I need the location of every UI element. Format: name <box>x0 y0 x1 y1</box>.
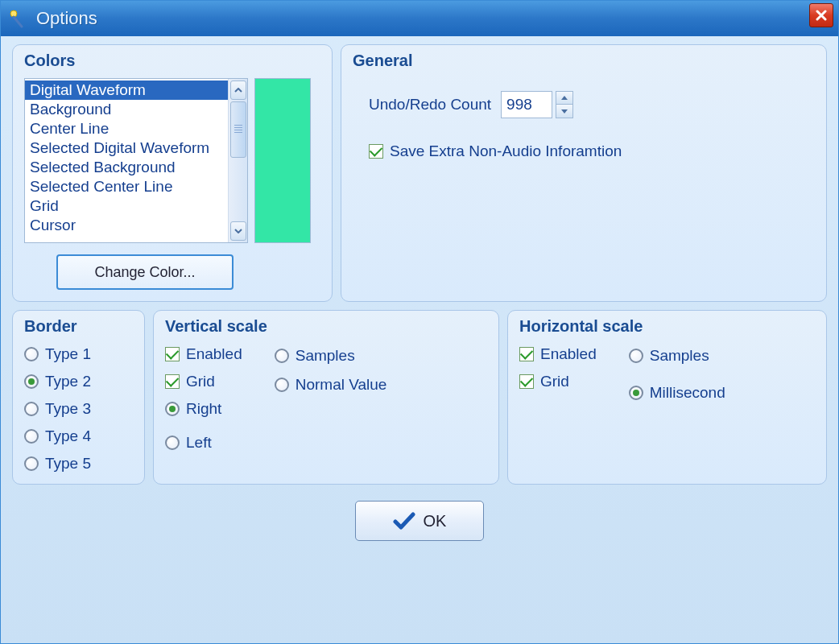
checkbox-icon <box>165 374 180 389</box>
vertical-scale-title: Vertical scale <box>165 317 487 336</box>
vscale-right-col: Samples Normal Value <box>275 347 387 452</box>
check-label: Grid <box>186 373 215 390</box>
horizontal-scale-panel: Horizontal scale Enabled Grid Samples Mi… <box>507 310 827 485</box>
colors-panel: Colors Digital Waveform Background Cente… <box>12 44 333 302</box>
list-item[interactable]: Selected Center Line <box>25 177 228 196</box>
ok-row: OK <box>12 501 827 541</box>
hscale-grid[interactable]: Grid <box>519 373 597 390</box>
border-title: Border <box>24 317 133 336</box>
save-extra-label: Save Extra Non-Audio Inforamtion <box>390 142 622 160</box>
save-extra-checkbox[interactable] <box>369 144 383 159</box>
svg-line-1 <box>14 17 22 27</box>
list-item[interactable]: Cursor <box>25 216 228 235</box>
vscale-normal-value[interactable]: Normal Value <box>275 376 387 394</box>
content-area: Colors Digital Waveform Background Cente… <box>1 36 838 547</box>
radio-label: Type 2 <box>45 373 91 390</box>
scroll-up-button[interactable] <box>230 80 246 100</box>
scroll-down-button[interactable] <box>230 221 246 241</box>
app-icon <box>6 7 28 30</box>
checkbox-icon <box>519 374 534 389</box>
radio-label: Type 4 <box>45 427 91 445</box>
options-window: Options Colors Digital Waveform Backgrou… <box>0 0 839 644</box>
vscale-grid[interactable]: Grid <box>165 373 242 390</box>
ok-button[interactable]: OK <box>355 501 484 541</box>
border-options: Type 1 Type 2 Type 3 Type 4 Type 5 <box>24 345 133 473</box>
vertical-scale-panel: Vertical scale Enabled Grid Right Left S… <box>153 310 499 485</box>
radio-icon <box>24 402 39 416</box>
border-type2[interactable]: Type 2 <box>24 373 133 390</box>
radio-icon <box>24 456 39 471</box>
general-title: General <box>353 52 815 70</box>
scroll-thumb[interactable] <box>230 101 246 158</box>
bottom-row: Border Type 1 Type 2 Type 3 Type 4 Type … <box>12 310 827 485</box>
close-button[interactable] <box>809 3 833 27</box>
chevron-up-icon <box>234 88 242 93</box>
radio-icon <box>629 386 643 400</box>
undo-redo-row: Undo/Redo Count <box>369 91 815 118</box>
radio-icon <box>275 378 289 392</box>
list-item[interactable]: Center Line <box>25 119 228 138</box>
change-color-button[interactable]: Change Color... <box>56 254 234 290</box>
hscale-millisecond[interactable]: Millisecond <box>629 384 725 402</box>
check-label: Enabled <box>540 345 597 363</box>
listbox-scrollbar[interactable] <box>228 79 247 242</box>
hscale-samples[interactable]: Samples <box>629 347 725 365</box>
triangle-down-icon <box>561 109 568 114</box>
undo-redo-label: Undo/Redo Count <box>369 96 491 114</box>
radio-label: Samples <box>650 347 709 365</box>
radio-icon <box>24 347 39 361</box>
hscale-enabled[interactable]: Enabled <box>519 345 597 363</box>
list-item[interactable]: Selected Background <box>25 158 228 177</box>
window-title: Options <box>36 8 97 29</box>
radio-label: Left <box>186 434 212 452</box>
vscale-enabled[interactable]: Enabled <box>165 345 242 363</box>
color-listbox-items: Digital Waveform Background Center Line … <box>25 79 228 242</box>
border-type3[interactable]: Type 3 <box>24 400 133 418</box>
radio-icon <box>24 429 39 444</box>
spin-up-button[interactable] <box>556 91 573 105</box>
vscale-right[interactable]: Right <box>165 400 242 418</box>
check-label: Enabled <box>186 345 242 363</box>
colors-title: Colors <box>24 52 320 70</box>
spin-down-button[interactable] <box>556 105 573 118</box>
list-item[interactable]: Digital Waveform <box>25 80 228 100</box>
ok-label: OK <box>424 512 447 530</box>
radio-icon <box>165 436 180 450</box>
list-item[interactable]: Selected Digital Waveform <box>25 138 228 158</box>
close-icon <box>815 9 828 22</box>
radio-label: Samples <box>296 347 355 365</box>
vscale-left-radio[interactable]: Left <box>165 434 242 452</box>
undo-redo-spinner <box>501 91 573 118</box>
radio-label: Type 3 <box>45 400 91 418</box>
vscale-samples[interactable]: Samples <box>275 347 387 365</box>
hscale-body: Enabled Grid Samples Millisecond <box>519 345 815 402</box>
general-panel: General Undo/Redo Count <box>341 44 827 302</box>
chevron-down-icon <box>234 229 242 233</box>
list-item[interactable]: Grid <box>25 196 228 216</box>
check-label: Grid <box>540 373 569 390</box>
radio-icon <box>275 349 289 363</box>
triangle-up-icon <box>561 96 568 100</box>
border-type4[interactable]: Type 4 <box>24 427 133 445</box>
spinner-buttons <box>556 91 573 118</box>
undo-redo-input[interactable] <box>501 91 552 118</box>
hscale-right-col: Samples Millisecond <box>629 347 725 402</box>
radio-label: Right <box>186 400 221 418</box>
radio-icon <box>24 374 39 389</box>
color-listbox[interactable]: Digital Waveform Background Center Line … <box>24 78 248 243</box>
color-swatch <box>254 78 311 243</box>
checkbox-icon <box>519 347 534 361</box>
vscale-body: Enabled Grid Right Left Samples Normal V… <box>165 345 487 452</box>
border-type1[interactable]: Type 1 <box>24 345 133 363</box>
radio-label: Normal Value <box>296 376 387 394</box>
save-extra-row[interactable]: Save Extra Non-Audio Inforamtion <box>369 142 815 160</box>
colors-body: Digital Waveform Background Center Line … <box>24 78 320 243</box>
vscale-left: Enabled Grid Right Left <box>165 345 242 452</box>
radio-label: Type 5 <box>45 455 91 473</box>
hscale-left: Enabled Grid <box>519 345 597 402</box>
titlebar: Options <box>1 1 838 36</box>
border-type5[interactable]: Type 5 <box>24 455 133 473</box>
check-icon <box>393 511 415 530</box>
radio-icon <box>629 349 643 363</box>
list-item[interactable]: Background <box>25 100 228 119</box>
